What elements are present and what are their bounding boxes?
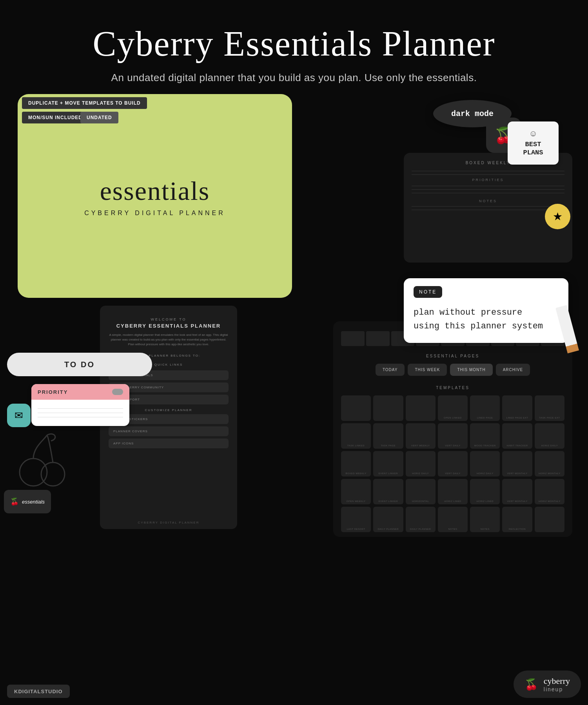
note-card-header: NOTE	[414, 286, 442, 298]
cherry-outline-drawing	[12, 427, 74, 490]
weekly-divider-6	[412, 206, 564, 207]
planner-cover: essentials CYBERRY DIGITAL PLANNER	[18, 94, 292, 298]
app-icons-btn[interactable]: APP ICONS	[109, 439, 229, 448]
tag-monsun: MON/SUN INCLUDED	[22, 112, 89, 123]
template-9[interactable]: TASK PAGE	[373, 423, 403, 449]
dark-mode-label: dark mode	[451, 109, 494, 118]
main-title: Cyberry Essentials Planner	[0, 24, 588, 64]
templates-label: TEMPLATES	[341, 386, 564, 390]
template-7[interactable]: TASK PAGE EXT	[535, 395, 564, 421]
template-12[interactable]: MOOD TRACKER	[470, 423, 500, 449]
template-23[interactable]: EVENT LINKER	[373, 479, 403, 504]
cyberry-lineup: 🍒 cyberry lineup	[514, 671, 581, 698]
welcome-title: CYBERRY ESSENTIALS PLANNER	[109, 323, 229, 329]
priority-line-1	[38, 408, 123, 409]
template-27[interactable]: VERT MONTHLY	[502, 479, 532, 504]
tag-duplicate: DUPLICATE + MOVE TEMPLATES TO BUILD	[22, 97, 147, 109]
dashboard-dark: ESSENTIAL PAGES TODAY THIS WEEK THIS MON…	[333, 321, 572, 537]
svg-point-1	[41, 462, 65, 486]
template-31[interactable]: DAILY PLANNER	[406, 507, 436, 532]
template-8[interactable]: TASK LINKED	[341, 423, 371, 449]
template-3[interactable]	[406, 395, 436, 421]
template-22[interactable]: OPEN WEEKLY	[341, 479, 371, 504]
bottom-bar: KDIGITALSTUDIO	[7, 685, 70, 698]
template-34[interactable]: REFLECTION	[502, 507, 532, 532]
star-sticker: ★	[545, 204, 570, 229]
template-13[interactable]: HABIT TRACKER	[502, 423, 532, 449]
today-btn[interactable]: TODAY	[376, 364, 405, 376]
template-17[interactable]: HORIZ DAILY	[406, 451, 436, 477]
best-plans-emoji: ☺	[530, 129, 535, 139]
todo-label: TO DO	[64, 360, 95, 369]
this-month-btn[interactable]: THIS MONTH	[450, 364, 492, 376]
bottom-bar-label: KDIGITALSTUDIO	[14, 689, 63, 694]
template-21[interactable]: HORIZ MONTHLY	[535, 451, 564, 477]
weekly-divider-5	[412, 193, 564, 193]
priority-line-2	[38, 413, 123, 413]
template-24[interactable]: HORIZONTAL	[406, 479, 436, 504]
best-plans-sticker: ☺ BESTPLANS	[508, 121, 559, 165]
template-11[interactable]: VERT DAILY	[438, 423, 468, 449]
essentials-sticker-label: essentials	[22, 499, 45, 505]
template-4[interactable]: OPEN LINKED	[438, 395, 468, 421]
template-30[interactable]: DAILY PLANNER	[373, 507, 403, 532]
weekly-divider-7	[412, 210, 564, 210]
template-19[interactable]: HORIZ DAILY	[470, 451, 500, 477]
note-line-2: using this planner system	[414, 321, 543, 331]
cal-cell-1	[341, 331, 365, 346]
archive-btn[interactable]: ARCHIVE	[496, 364, 530, 376]
essentials-cherry-icon: 🍒	[10, 497, 19, 506]
weekly-planner-dark: BOXED WEEKLY PRIORITIES NOTES	[404, 153, 572, 263]
template-10[interactable]: VERT WEEKLY	[406, 423, 436, 449]
template-29[interactable]: LAST RESORT	[341, 507, 371, 532]
template-26[interactable]: HORIZ LINED	[470, 479, 500, 504]
email-sticker: ✉	[7, 404, 31, 427]
template-35[interactable]	[535, 507, 564, 532]
priority-toggle[interactable]	[112, 389, 123, 395]
template-6[interactable]: LINED PAGE EXT	[502, 395, 532, 421]
template-28[interactable]: HORIZ MONTHLY	[535, 479, 564, 504]
planner-cover-title: essentials	[100, 176, 210, 207]
welcome-footer: CYBERRY DIGITAL PLANNER	[100, 521, 237, 524]
template-15[interactable]: BOXED WEEKLY	[341, 451, 371, 477]
template-25[interactable]: HORIZ LINED	[438, 479, 468, 504]
tag-undated: UNDATED	[80, 112, 118, 123]
this-week-btn[interactable]: THIS WEEK	[408, 364, 447, 376]
template-33[interactable]: NOTES	[470, 507, 500, 532]
priority-line-3	[38, 417, 123, 417]
subtitle: An undated digital planner that you buil…	[0, 72, 588, 84]
template-32[interactable]: NOTES	[438, 507, 468, 532]
planner-covers-btn[interactable]: PLANNER COVERS	[109, 426, 229, 436]
cyberry-text-group: cyberry lineup	[544, 676, 570, 692]
cyberry-sub: lineup	[544, 686, 570, 692]
cyberry-name: cyberry	[544, 676, 570, 686]
best-plans-text: BESTPLANS	[523, 141, 543, 157]
email-icon: ✉	[15, 410, 23, 422]
weekly-divider-3	[412, 186, 564, 186]
template-18[interactable]: VERT DAILY	[438, 451, 468, 477]
star-icon: ★	[553, 210, 563, 223]
welcome-to-label: WELCOME TO	[109, 317, 229, 321]
essential-pages-label: ESSENTIAL PAGES	[341, 354, 564, 358]
priority-lines	[31, 400, 129, 426]
weekly-priorities-label: PRIORITIES	[412, 178, 564, 182]
nav-buttons: TODAY THIS WEEK THIS MONTH ARCHIVE	[341, 364, 564, 376]
priority-card: PRIORITY	[31, 384, 129, 426]
note-card-text: plan without pressure using this planner…	[414, 306, 559, 333]
planner-cover-subtitle: CYBERRY DIGITAL PLANNER	[84, 210, 225, 217]
essentials-sticker: 🍒 essentials	[4, 490, 51, 513]
weekly-notes-label: NOTES	[412, 199, 564, 203]
template-1[interactable]	[341, 395, 371, 421]
template-20[interactable]: VERT MONTHLY	[502, 451, 532, 477]
welcome-description: A simple, modern digital planner that em…	[109, 333, 229, 347]
template-2[interactable]	[373, 395, 403, 421]
todo-pill: TO DO	[7, 353, 152, 376]
template-grid: OPEN LINKED LINED PAGE LINED PAGE EXT TA…	[341, 395, 564, 532]
template-5[interactable]: LINED PAGE	[470, 395, 500, 421]
priority-label: PRIORITY	[38, 389, 68, 395]
template-16[interactable]: EVENT LINKER	[373, 451, 403, 477]
note-card: NOTE plan without pressure using this pl…	[404, 278, 568, 343]
template-14[interactable]: HORIZ DAILY	[535, 423, 564, 449]
weekly-divider-1	[412, 171, 564, 171]
cyberry-cherry-icon: 🍒	[524, 678, 538, 691]
